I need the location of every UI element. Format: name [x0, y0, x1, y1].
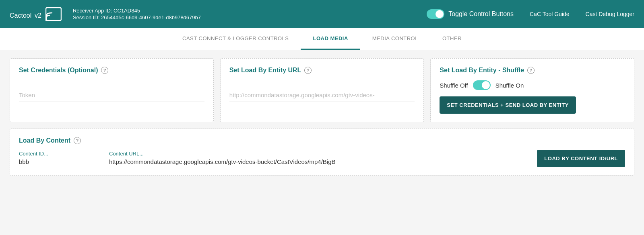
- cast-debug-logger-link[interactable]: Cast Debug Logger: [586, 11, 634, 17]
- entity-shuffle-help-icon[interactable]: ?: [527, 67, 535, 74]
- cac-tool-guide-link[interactable]: CaC Tool Guide: [530, 11, 570, 17]
- credentials-card: Set Credentials (Optional) ?: [10, 58, 214, 122]
- load-content-header: Load By Content ?: [19, 137, 625, 144]
- tab-load-media[interactable]: LOAD MEDIA: [301, 28, 360, 50]
- svg-point-1: [45, 19, 47, 21]
- cast-icon: [45, 7, 62, 21]
- session-id-label: Session ID:: [73, 14, 99, 20]
- credentials-card-title: Set Credentials (Optional) ?: [19, 67, 204, 74]
- entity-url-input[interactable]: [229, 88, 415, 102]
- load-content-help-icon[interactable]: ?: [74, 137, 81, 144]
- logo: Cactool v2: [10, 7, 62, 21]
- token-input[interactable]: [19, 88, 204, 102]
- receiver-app-id-label: Receiver App ID:: [73, 8, 112, 14]
- set-credentials-send-load-by-entity-button[interactable]: SET CREDENTIALS + SEND LOAD BY ENTITY: [440, 96, 576, 114]
- main-content: Set Credentials (Optional) ? Set Load By…: [0, 50, 644, 184]
- toggle-control-label: Toggle Control Buttons: [448, 10, 514, 18]
- entity-url-card: Set Load By Entity URL ?: [220, 58, 424, 122]
- load-content-card: Load By Content ? Content ID... bbb Cont…: [10, 129, 634, 176]
- receiver-app-id-value: CC1AD845: [114, 8, 140, 14]
- header: Cactool v2 Receiver App ID: CC1AD845 Ses…: [0, 0, 644, 28]
- load-content-title: Load By Content ?: [19, 137, 81, 144]
- header-info: Receiver App ID: CC1AD845 Session ID: 26…: [73, 8, 427, 20]
- shuffle-off-label: Shuffle Off: [440, 82, 468, 89]
- shuffle-toggle-row: Shuffle Off Shuffle On: [440, 80, 625, 90]
- content-id-field-group: Content ID... bbb: [19, 151, 99, 167]
- content-id-label: Content ID...: [19, 151, 99, 157]
- session-id-value: 26544d5c-66d9-4607-9de1-d8b978d679b7: [101, 14, 201, 20]
- tab-other[interactable]: OTHER: [430, 28, 474, 50]
- entity-url-card-title: Set Load By Entity URL ?: [229, 67, 415, 74]
- toggle-control-button[interactable]: [427, 9, 444, 19]
- entity-url-help-icon[interactable]: ?: [304, 67, 312, 74]
- load-content-bottom: Content ID... bbb Content URL... https:/…: [19, 150, 625, 167]
- credentials-help-icon[interactable]: ?: [101, 67, 108, 74]
- tab-cast-connect[interactable]: CAST CONNECT & LOGGER CONTROLS: [170, 28, 301, 50]
- shuffle-toggle[interactable]: [473, 80, 491, 90]
- receiver-app-id-row: Receiver App ID: CC1AD845: [73, 8, 427, 14]
- content-url-value[interactable]: https://commondatastorage.googleapis.com…: [109, 158, 529, 167]
- header-nav: CaC Tool Guide Cast Debug Logger: [530, 11, 634, 17]
- tab-media-control[interactable]: MEDIA CONTROL: [360, 28, 430, 50]
- entity-shuffle-card: Set Load By Entity - Shuffle ? Shuffle O…: [430, 58, 634, 122]
- svg-rect-0: [46, 8, 61, 20]
- session-id-row: Session ID: 26544d5c-66d9-4607-9de1-d8b9…: [73, 14, 427, 20]
- tabs-container: CAST CONNECT & LOGGER CONTROLS LOAD MEDI…: [0, 28, 644, 50]
- content-url-label: Content URL...: [109, 151, 529, 157]
- content-url-field-group: Content URL... https://commondatastorage…: [109, 151, 529, 167]
- cards-row: Set Credentials (Optional) ? Set Load By…: [10, 58, 634, 122]
- load-by-content-id-url-button[interactable]: LOAD BY CONTENT ID/URL: [537, 150, 625, 167]
- content-id-value[interactable]: bbb: [19, 158, 99, 167]
- shuffle-on-label: Shuffle On: [495, 82, 524, 89]
- toggle-control-section: Toggle Control Buttons: [427, 9, 514, 19]
- entity-shuffle-card-title: Set Load By Entity - Shuffle ?: [440, 67, 625, 74]
- logo-text: Cactool v2: [10, 8, 41, 20]
- load-content-fields: Content ID... bbb Content URL... https:/…: [19, 151, 529, 167]
